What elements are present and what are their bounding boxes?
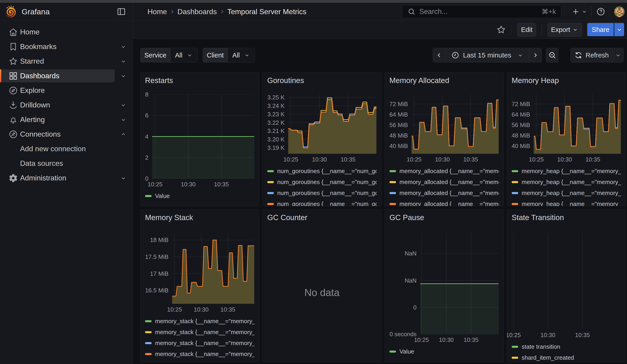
share-button[interactable]: Share [587,23,614,37]
share-menu-button[interactable] [614,23,625,37]
legend-item[interactable]: num_goroutines {__name__="num_go [267,189,377,197]
time-back-button[interactable] [433,48,446,62]
legend-item[interactable]: memory_heap {__name__="memory_h [512,189,621,197]
panel-goroutines[interactable]: Goroutines3.19 K3.20 K3.21 K3.22 K3.23 K… [262,72,381,206]
legend-swatch-green [512,346,518,348]
refresh-icon [574,51,582,59]
y-axis-tick-label: 3.19 K [267,144,285,152]
chevron-down-icon [120,43,127,50]
sidebar-item-alerting[interactable]: Alerting [0,113,133,126]
panel-memory-stack[interactable]: Memory Stack16.5 MiB17 MiB17.5 MiB18 MiB… [140,209,259,362]
panel-title: State Transition [512,213,621,223]
sidebar-item-explore[interactable]: Explore [0,84,133,97]
legend-item[interactable]: memory_stack {__name__="memory_s [145,328,255,336]
panel-memory-allocated[interactable]: Memory Allocated40 MiB48 MiB56 MiB64 MiB… [385,72,504,206]
time-forward-button[interactable] [529,48,541,62]
zoom-out-button[interactable] [546,48,558,62]
sidebar-toggle-icon[interactable] [115,6,127,18]
sidebar-item-home[interactable]: Home [0,26,133,39]
gear-icon [8,173,18,183]
legend-label: memory_stack {__name__="memory_s [155,329,255,336]
sidebar-item-starred[interactable]: Starred [0,55,133,68]
panel-title: Memory Stack [145,213,255,223]
breadcrumb-separator-icon [219,9,225,15]
y-axis-tick-label: 3.21 K [267,127,285,135]
y-axis-tick-label: 3.23 K [267,111,285,118]
sidebar-item-connections[interactable]: Connections [0,128,133,141]
panel-title: Memory Heap [512,76,621,86]
sidebar-item-bookmarks[interactable]: Bookmarks [0,40,133,53]
breadcrumb-item[interactable]: Dashboards [177,7,217,16]
sidebar-item-dashboards[interactable]: Dashboards [0,69,133,82]
legend-item[interactable]: Value [389,348,499,355]
legend-item[interactable]: num_goroutines {__name__="num_go [267,178,377,186]
export-button[interactable]: Export [547,23,582,37]
y-axis-tick-label: 3.20 K [267,136,285,143]
panel-gc-counter[interactable]: GC CounterNo data [262,209,381,362]
legend-label: memory_allocated {__name__="memo [399,168,499,175]
chart-svg-state-transition[interactable] [512,233,621,329]
legend-item[interactable]: num_goroutines {__name__="num_go [267,200,377,206]
y-axis-tick-label: 3.24 K [267,103,285,109]
panel-memory-heap[interactable]: Memory Heap40 MiB48 MiB56 MiB64 MiB72 Mi… [507,72,626,206]
x-axis-tick-label: 10:35 [585,156,600,163]
legend-swatch-yellow [512,357,518,359]
chevron-down-icon [517,52,523,58]
share-button-group: Share [587,23,625,37]
legend-item[interactable]: memory_allocated {__name__="memo [389,167,499,175]
sidebar-item-add-new-connection[interactable]: Add new connection [0,142,133,155]
panel-state-transition[interactable]: State Transition10:2510:3010:35state tra… [507,209,626,362]
refresh-button[interactable]: Refresh [571,48,612,62]
legend-item[interactable]: memory_allocated {__name__="memo [389,200,499,206]
help-button[interactable] [596,7,606,16]
y-axis-tick-label: 6 [145,112,149,119]
panel-restarts[interactable]: Restarts0246810:2510:3010:35Value [140,72,259,206]
panel-legend: Value [145,192,255,203]
legend-swatch-green [389,170,396,172]
legend-item[interactable]: memory_heap {__name__="memory_h [512,167,621,175]
legend-item[interactable]: memory_heap {__name__="memory_h [512,200,621,206]
legend-swatch-orange [145,353,152,355]
y-axis-tick-label: 3.22 K [267,119,285,126]
legend-item[interactable]: memory_heap {__name__="memory_h [512,178,621,186]
search-input[interactable]: Search... ⌘+k [402,5,561,18]
sidebar-item-label: Starred [20,57,120,65]
sidebar-item-administration[interactable]: Administration [0,171,133,185]
legend-item[interactable]: num_goroutines {__name__="num_go [267,167,377,175]
legend-item[interactable]: state transition [512,343,621,351]
time-range-picker[interactable]: Last 15 minutes [446,48,529,62]
legend-item[interactable]: Value [145,192,255,200]
user-avatar[interactable] [614,6,625,17]
legend-item[interactable]: shard_item_created [512,354,621,362]
legend-label: num_goroutines {__name__="num_go [277,179,377,186]
legend-swatch-yellow [145,331,152,333]
legend-swatch-yellow [267,181,274,183]
variable-filters: ServiceAllClientAll [140,48,260,62]
y-axis-tick-label: 40 MiB [389,143,408,150]
legend-label: memory_stack {__name__="memory_s [155,351,255,358]
x-axis-tick-label: 10:25 [167,306,182,313]
filter-value-dropdown[interactable]: All [228,48,255,62]
legend-item[interactable]: memory_stack {__name__="memory_s [145,339,255,347]
sidebar-item-label: Connections [20,130,120,138]
panel-gc-pause[interactable]: GC Pause0 seconds0NaNNaN10:2510:3010:35V… [385,209,504,362]
x-axis-tick-label: 10:25 [148,181,162,188]
add-new-button[interactable] [571,7,587,16]
breadcrumb-item[interactable]: Home [148,7,167,16]
sidebar-item-drilldown[interactable]: Drilldown [0,99,133,111]
sidebar-item-data-sources[interactable]: Data sources [0,157,133,170]
legend-item[interactable]: memory_allocated {__name__="memo [389,189,499,197]
legend-item[interactable]: memory_stack {__name__="memory_s [145,317,255,325]
legend-item[interactable]: memory_stack {__name__="memory_s [145,350,255,358]
legend-item[interactable]: memory_allocated {__name__="memo [389,178,499,186]
refresh-interval-button[interactable] [612,48,623,62]
x-axis-labels: 10:2510:3010:35 [512,156,621,164]
y-axis-tick-label: 48 MiB [389,132,408,139]
favorite-star-button[interactable] [496,25,506,35]
filter-value-dropdown[interactable]: All [170,48,198,62]
breadcrumb-item[interactable]: Temporal Server Metrics [227,7,307,16]
chart-svg-restarts[interactable] [145,95,254,179]
y-axis-tick-label: 4 [145,133,149,140]
edit-button[interactable]: Edit [517,23,536,37]
sidebar-item-label: Data sources [20,159,133,168]
